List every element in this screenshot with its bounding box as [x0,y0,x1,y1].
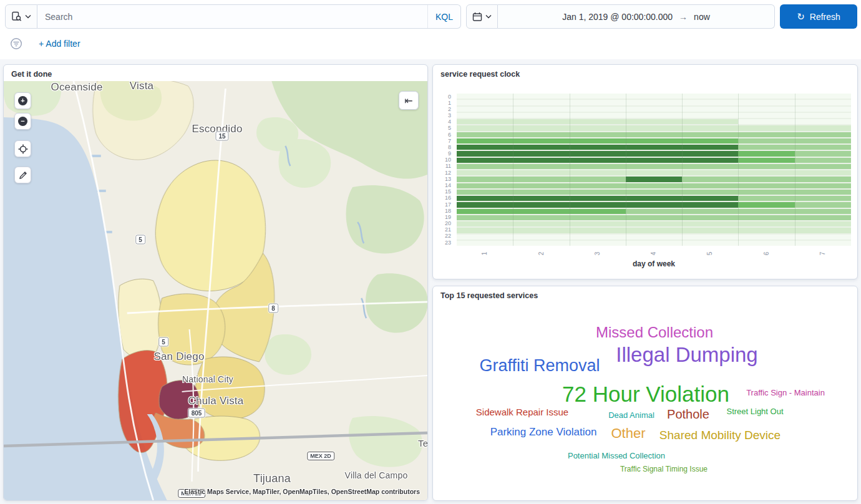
zoom-in-button[interactable]: + [14,92,31,109]
heatmap-cell[interactable] [795,177,851,182]
tag-word[interactable]: Graffiti Removal [479,356,600,376]
heatmap-cell[interactable] [457,119,513,124]
heatmap-cell[interactable] [513,221,569,226]
heatmap-cell[interactable] [738,158,794,163]
heatmap-cell[interactable] [570,158,626,163]
heatmap-cell[interactable] [626,241,682,246]
heatmap-cell[interactable] [738,145,794,150]
heatmap-cell[interactable] [570,145,626,150]
refresh-button[interactable]: ↻ Refresh [780,4,857,29]
heatmap-cell[interactable] [457,94,513,99]
heatmap-cell[interactable] [682,132,738,137]
heatmap-cell[interactable] [457,100,513,105]
heatmap-cell[interactable] [570,177,626,182]
heatmap-cell[interactable] [795,113,851,118]
heatmap-cell[interactable] [626,138,682,143]
heatmap-cell[interactable] [457,196,513,201]
heatmap-cell[interactable] [513,158,569,163]
heatmap-cell[interactable] [682,202,738,207]
heatmap-cell[interactable] [457,202,513,207]
heatmap-cell[interactable] [513,132,569,137]
heatmap-cell[interactable] [513,241,569,246]
heatmap-cell[interactable] [457,164,513,169]
heatmap-cell[interactable] [682,177,738,182]
heatmap-cell[interactable] [682,190,738,195]
heatmap-cell[interactable] [570,215,626,220]
heatmap-cell[interactable] [513,177,569,182]
set-view-button[interactable] [14,140,31,157]
heatmap-cell[interactable] [626,145,682,150]
heatmap-cell[interactable] [513,94,569,99]
heatmap-cell[interactable] [570,170,626,175]
heatmap-cell[interactable] [682,125,738,130]
heatmap-cell[interactable] [513,202,569,207]
heatmap-cell[interactable] [457,151,513,156]
heatmap-cell[interactable] [738,119,794,124]
heatmap-cell[interactable] [682,170,738,175]
heatmap-cell[interactable] [795,215,851,220]
zoom-out-button[interactable]: − [14,113,31,130]
tag-word[interactable]: Pothole [667,407,709,422]
tag-word[interactable]: Sidewalk Repair Issue [476,407,568,417]
heatmap-cell[interactable] [738,241,794,246]
heatmap-cell[interactable] [513,107,569,112]
draw-tools-button[interactable] [14,167,31,183]
heatmap-cell[interactable] [738,235,794,240]
heatmap-cell[interactable] [457,138,513,143]
heatmap-cell[interactable] [570,196,626,201]
heatmap-cell[interactable] [738,132,794,137]
heatmap-cell[interactable] [570,221,626,226]
heatmap-cell[interactable] [626,100,682,105]
heatmap-cell[interactable] [795,145,851,150]
heatmap-cell[interactable] [457,113,513,118]
heatmap-cell[interactable] [738,196,794,201]
heatmap-cell[interactable] [513,113,569,118]
heatmap-cell[interactable] [457,107,513,112]
heatmap-cell[interactable] [738,164,794,169]
saved-queries-button[interactable] [5,4,37,29]
heatmap-cell[interactable] [626,215,682,220]
tag-word[interactable]: Missed Collection [596,324,713,341]
heatmap-cell[interactable] [795,183,851,188]
heatmap-cell[interactable] [682,241,738,246]
heatmap-cell[interactable] [457,235,513,240]
heatmap-cell[interactable] [682,196,738,201]
heatmap-cell[interactable] [513,100,569,105]
heatmap-cell[interactable] [738,215,794,220]
heatmap-cell[interactable] [513,125,569,130]
heatmap-cell[interactable] [738,228,794,233]
heatmap-cell[interactable] [738,202,794,207]
heatmap-cell[interactable] [682,151,738,156]
heatmap-cell[interactable] [626,113,682,118]
heatmap-cell[interactable] [570,107,626,112]
heatmap-cell[interactable] [457,132,513,137]
tag-word[interactable]: Street Light Out [726,407,783,416]
heatmap-cell[interactable] [738,113,794,118]
heatmap-cell[interactable] [626,235,682,240]
heatmap-cell[interactable] [513,145,569,150]
tag-word[interactable]: Traffic Sign - Maintain [746,388,825,397]
heatmap-cell[interactable] [570,164,626,169]
heatmap-cell[interactable] [738,190,794,195]
heatmap-cell[interactable] [795,170,851,175]
heatmap-cell[interactable] [795,100,851,105]
heatmap-cell[interactable] [570,241,626,246]
heatmap-cell[interactable] [570,132,626,137]
heatmap-cell[interactable] [795,125,851,130]
tag-word[interactable]: Other [611,425,645,442]
heatmap-cell[interactable] [626,221,682,226]
heatmap-cell[interactable] [738,107,794,112]
heatmap-cell[interactable] [626,94,682,99]
heatmap-cell[interactable] [626,196,682,201]
heatmap-cell[interactable] [626,183,682,188]
heatmap-cell[interactable] [626,228,682,233]
heatmap-cell[interactable] [570,138,626,143]
heatmap-cell[interactable] [570,209,626,214]
heatmap-cell[interactable] [738,183,794,188]
heatmap-cell[interactable] [570,190,626,195]
tag-word[interactable]: Dead Animal [608,410,654,420]
heatmap-cell[interactable] [795,228,851,233]
add-filter-link[interactable]: + Add filter [39,39,80,49]
heatmap-cell[interactable] [682,158,738,163]
heatmap-cell[interactable] [682,119,738,124]
